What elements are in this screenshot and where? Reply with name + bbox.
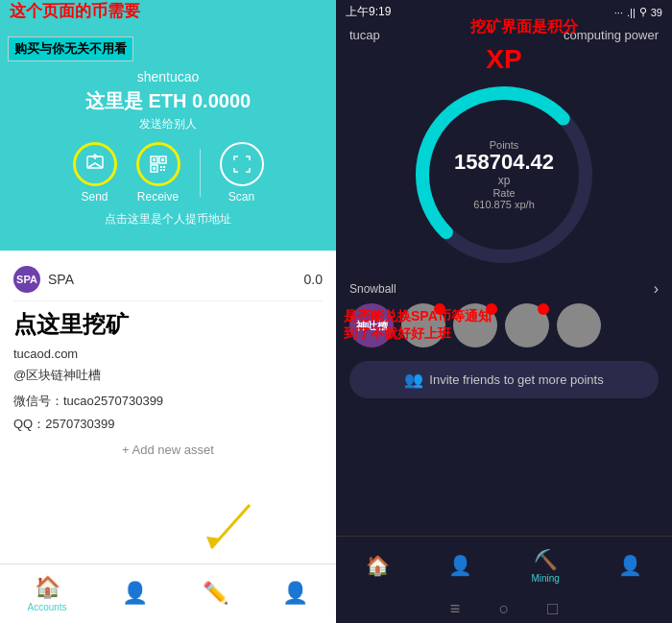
action-buttons: Send Re <box>13 142 323 204</box>
receive-icon <box>136 142 180 186</box>
mine-annotation[interactable]: 点这里挖矿 <box>13 309 323 340</box>
rate-label: Rate <box>454 187 554 199</box>
eth-sublabel: 发送给别人 <box>13 116 323 132</box>
spa-name: SPA <box>48 272 74 287</box>
right-mining-icon: ⛏️ <box>534 548 558 571</box>
site-info: tucaod.com @区块链神吐槽 <box>13 344 323 386</box>
left-header: 这个页面的币需要 购买与你无关不用看 shentucao 这里是 ETH 0.0… <box>0 0 336 251</box>
left-body: SPA SPA 0.0 点这里挖矿 tucaod.com @区块链神吐槽 微信号… <box>0 251 336 563</box>
right-header-left: tucap <box>349 28 380 42</box>
snowball-row: Snowball › <box>349 280 659 298</box>
spa-row: SPA SPA 0.0 <box>13 258 323 301</box>
edit-icon: ✏️ <box>203 581 228 606</box>
left-panel: 这个页面的币需要 购买与你无关不用看 shentucao 这里是 ETH 0.0… <box>0 0 336 623</box>
svg-rect-11 <box>163 169 165 171</box>
right-profile-icon: 👤 <box>618 554 642 577</box>
points-value: 158704.42 <box>454 151 554 174</box>
receive-button[interactable]: Receive <box>136 142 180 204</box>
home-icon: 🏠 <box>35 575 60 600</box>
contacts-icon: 👤 <box>122 581 148 606</box>
snowball-chevron[interactable]: › <box>654 280 659 298</box>
right-contacts-icon: 👤 <box>448 554 472 577</box>
add-asset-button[interactable]: + Add new asset <box>13 443 323 457</box>
right-bottom-nav: 🏠 👤 ⛏️ Mining 👤 <box>336 536 672 595</box>
right-nav-home[interactable]: 🏠 <box>366 554 390 579</box>
nav-edit[interactable]: ✏️ <box>203 581 228 608</box>
invite-icon: 👥 <box>404 371 423 389</box>
gauge-center-text: Points 158704.42 xp Rate 610.875 xp/h <box>454 139 554 210</box>
annotation-cyan-box: 购买与你无关不用看 <box>8 36 133 61</box>
site-url: tucaod.com <box>13 344 323 365</box>
network-icon: .|| <box>627 7 636 18</box>
right-panel: 上午9:19 ··· .|| ⚲ 39 tucap computing powe… <box>336 0 672 623</box>
scan-label: Scan <box>228 190 254 204</box>
send-icon <box>73 142 117 186</box>
qq: QQ：2570730399 <box>13 413 323 435</box>
nav-accounts-label: Accounts <box>27 602 66 612</box>
invite-button[interactable]: 👥 Invite friends to get more points <box>349 361 659 398</box>
points-unit: xp <box>454 174 554 187</box>
annotation-mining: 挖矿界面是积分 <box>470 17 672 36</box>
svg-rect-10 <box>160 169 162 171</box>
weibo: @区块链神吐槽 <box>13 365 323 386</box>
battery-icon: 39 <box>651 7 662 18</box>
right-nav-contacts[interactable]: 👤 <box>448 554 472 579</box>
nav-accounts[interactable]: 🏠 Accounts <box>27 575 66 612</box>
right-system-bar: ≡ ○ □ <box>336 595 672 623</box>
home-button[interactable]: ○ <box>498 599 509 619</box>
recent-button[interactable]: □ <box>547 599 558 619</box>
invite-text: Invite friends to get more points <box>429 372 603 387</box>
address-hint[interactable]: 点击这里是个人提币地址 <box>13 211 323 235</box>
rate-value: 610.875 xp/h <box>454 199 554 210</box>
left-bottom-nav: 🏠 Accounts 👤 ✏️ 👤 <box>0 563 336 623</box>
svg-rect-7 <box>153 167 156 170</box>
nav-contacts[interactable]: 👤 <box>122 581 148 608</box>
username: shentucao <box>13 69 323 84</box>
annotation-exchange: 是否能兑换SPA币等通知 到了不就好好上班 <box>336 307 672 342</box>
spa-value: 0.0 <box>304 272 323 287</box>
status-time: 上午9:19 <box>346 4 391 20</box>
send-button[interactable]: Send <box>73 142 117 204</box>
nav-separator <box>200 149 201 197</box>
arrow-annotation <box>192 500 269 558</box>
svg-rect-9 <box>163 166 165 168</box>
right-home-icon: 🏠 <box>366 554 390 577</box>
svg-rect-6 <box>161 158 164 161</box>
nav-profile[interactable]: 👤 <box>282 581 308 608</box>
spa-icon: SPA <box>13 266 40 293</box>
contact-info: 微信号：tucao2570730399 QQ：2570730399 <box>13 390 323 435</box>
scan-button[interactable]: Scan <box>220 142 264 204</box>
snowball-label: Snowball <box>349 282 396 296</box>
xp-label: XP <box>486 44 521 75</box>
gauge-svg-wrapper: Points 158704.42 xp Rate 610.875 xp/h <box>408 79 600 271</box>
gauge-container: XP Points 158704.42 xp Rate 610.875 xp/h <box>336 44 672 271</box>
annotation-red-left: 这个页面的币需要 <box>10 2 140 21</box>
receive-label: Receive <box>137 190 179 204</box>
spa-left: SPA SPA <box>13 266 74 293</box>
back-button[interactable]: ≡ <box>450 599 461 619</box>
svg-rect-5 <box>153 158 156 161</box>
right-nav-profile[interactable]: 👤 <box>618 554 642 579</box>
scan-icon <box>220 142 264 186</box>
right-nav-mining[interactable]: ⛏️ Mining <box>531 548 559 584</box>
profile-icon: 👤 <box>282 581 308 606</box>
eth-balance: 这里是 ETH 0.0000 <box>13 88 323 114</box>
right-mining-label: Mining <box>531 573 559 584</box>
send-label: Send <box>81 190 108 204</box>
svg-rect-8 <box>160 166 162 168</box>
wechat: 微信号：tucao2570730399 <box>13 390 323 412</box>
signal-icon: ··· <box>614 7 623 18</box>
